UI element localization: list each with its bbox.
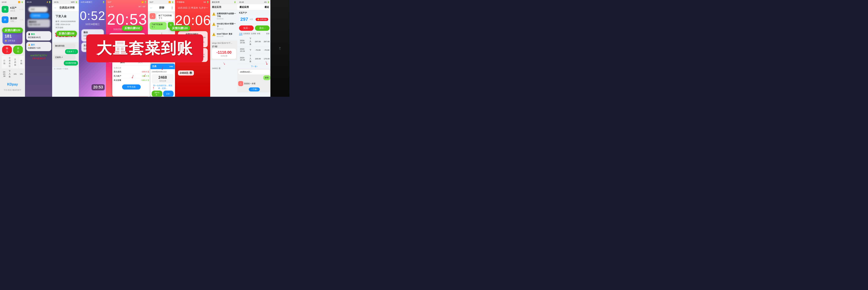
tab-mairu[interactable]: 买入 [138,61,143,64]
person-row: 人 新朋友一来看 [238,81,270,86]
recent-apps-title: 最近应用 [210,4,238,10]
msg-row-1: A 做了下已经到账了？ [148,13,176,21]
chat-sent-9: 好的 [263,75,270,80]
notification-overlay-2: ⚠️ 提示 白嫖成功 +120 [26,42,51,51]
msg-row-4: 我 好的谢谢 [148,46,176,52]
status-bar-9: 18:48 4G 🔋 [237,0,271,4]
red-arrow-6: ↓ [148,31,176,36]
panel-9-trading: 18:48 4G 🔋 最近应用 最近 K豆产户 297 K豆 🌟 立即充值 实买… [237,0,271,97]
status-bar-4: 10月34星期三 🔋 [79,0,106,4]
trade-rec-1: 卖出成功 -100.0 元 [114,70,149,74]
status-bar-3: 19:31 WiFi 🔋 [52,0,79,4]
avatar-1: 微 [2,6,8,13]
table-row-1: 2024-10-25 下入金 297.00 297.00 [238,36,271,47]
chat-info-2: 微信群 卡到 白嫖120 [10,17,18,23]
sell-button[interactable]: 卖出 [13,46,23,54]
trade-buttons: 实买 › 卖出 › [237,25,271,32]
exchange-btn[interactable]: 反馈 › [163,91,174,96]
feedback-badge-3: 反馈白嫖132 [122,25,143,31]
notif-item-3[interactable]: ⚠️ 9049下发297 更多 00:01:05 [210,31,238,39]
chat-messages-6: A 做了下已经到账了？ 我 了你下打款来了！ ↓ B wink9047卖297卡… [148,11,176,54]
chat-bottom-9: 150到519已... 好的 人 新朋友一来看 一打确 › [237,69,271,92]
panel-1-chat: 12:22 📶 🔋 微 K豆产 181元 12:22 群 微信群 卡到 白嫖12… [0,0,25,97]
buy-btn-9[interactable]: 实买 › [239,25,254,31]
note-text: 注: 添加的一个朋友 [52,67,79,71]
chat-msg-4: 666顺利到账 [64,61,78,65]
confirm-trade-btn-area: 中号当前 [112,83,151,91]
chat-list-item-2[interactable]: 群 微信群 卡到 白嫖120 7:31 [0,14,25,25]
filter-row: 日期 交易类型 交易额 余额 更多 [237,32,271,36]
confirm-btn-area: 一打确 › [238,87,270,91]
arrow-r: ↑ [153,86,154,90]
status-bar-6: 9:27 📶 🔋 [148,0,176,4]
arrow-down-8: ↓ [210,60,238,67]
dark-right-panel: 📱 [270,0,289,97]
blurred-notif: 微信 白嫖到账通知 +297.00元 支付宝 交易成功到账 [80,29,105,52]
date-display-7: 10月23日 三·甲辰年 九月廿一 [175,4,211,12]
label-2468-overlay: 2468出 教 [178,70,194,76]
action-buttons: 输入 卖出 [2,46,23,54]
transaction-info: 账号: 20241023093R08 日期: 2024-10-24 对方名称: [54,20,78,29]
trade-content-r: 2468笔500B1310 2468 套菜总额 到一位你的打款，请送请，送退..… [151,69,175,96]
trade-tabs: 卖出 买入 [112,59,151,65]
received-msg-2: wink9047卖297卡下... [157,37,174,45]
status-bar-7: 中国移动 5G 🔋 [175,0,211,4]
notif-area-7: 中国农业银行 您的账户于10月23日22:09收到转账 账号末位: 8号之 转账… [177,31,209,62]
received-msg-1: 做了下已经到账了？ [157,13,174,21]
label-2468: 2468出 教 [210,67,238,70]
kdou-balance: 297 K豆 🌟 立即充值 [239,15,270,23]
wechat-header: ← 群聊 ⋮ [148,4,176,11]
chat-info-1: K豆产 181元 [10,6,18,12]
panel-4-lockscreen-052: 10月34星期三 🔋 0:52 10月34星期三 微信 白嫖到账通知 +297.… [79,0,106,97]
status-bar-8: 最近应用 🔋 [210,0,238,4]
buy-button[interactable]: 输入 [2,46,12,54]
sent-msg-1: 了你下打款来了！ [150,22,166,30]
wingo-section: wingo 9047卖297卡下... 17:02 -1110.00 交易金额 [210,40,238,60]
back-btn-3[interactable]: ← [54,7,57,9]
chat-msg-2: 打款来了！ [65,49,78,54]
chat-list-item-1[interactable]: 微 K豆产 181元 12:22 [0,4,25,14]
panel-3-app-list: 19:31 WiFi 🔋 ← 交易流水详情 下发入金 账号: 202410230… [52,0,79,97]
weather-bar: ☁ 24° 35° / 20° [106,4,148,9]
kdou-section-9: K豆产户 297 K豆 🌟 立即充值 [237,10,271,25]
chat-msg-1: 微信群消息 [53,44,75,48]
app-top-bar: 最近应用 最近 [237,4,271,10]
notif-area-5: 支付宝 已打款132.46元 (流水号) 到账 ¥132.46 微信支付 已到账… [107,33,147,55]
chat-msg-3: 已收到 ✓ [53,55,75,60]
collage-container: 12:22 📶 🔋 微 K豆产 181元 12:22 群 微信群 卡到 白嫖12… [0,0,289,97]
sell-btn-9[interactable]: 卖出 › [255,25,270,31]
back-btn-6[interactable]: ← [150,7,152,9]
table-row: 24-10-30 下入金 181 181 [2,69,24,79]
panel-2-blurred: 00:29 ⚡🔋 你好 已收到款 微信支付 收款 ¥181.00 📱 微信 你已… [25,0,53,97]
sent-msg-2: 好的谢谢 [156,46,166,51]
confirm-btn[interactable]: 一打确 › [249,87,260,91]
tab-maichu[interactable]: 卖出 [120,61,125,64]
table-row-2: 2024-10-24 下 -70.00 -70.00 [238,47,271,53]
panel-7-lockscreen-2006: 中国移动 5G 🔋 10月23日 三·甲辰年 九月廿一 20:06 中国农业银行… [175,0,211,97]
footer-text: 可在·推送小赚就到账可 [0,88,25,92]
feedback-badge-4: 反馈白嫖120 [169,25,190,31]
clock-052: 0:52 10月34星期三 [79,4,106,28]
app-header-3: ← 交易流水详情 [52,4,79,11]
small-clock-overlay: 20:53 [92,84,105,90]
receive-btn[interactable]: 国际在库 › [152,91,162,96]
feedback-badge-2: 反馈白嫖108 [56,31,77,36]
notif-item-2[interactable]: ⚠️ 5002多少发297更新一下 00:00:12 [210,21,238,31]
notif-item-1[interactable]: ⚠️ 这看到到我不会更新一下吗 00:00:05 [210,11,238,21]
amount-card: -1110.00 交易金额 [212,49,236,59]
notification-list: ⚠️ 这看到到我不会更新一下吗 00:00:05 ⚠️ 5002多少发297更新… [210,10,238,40]
download-section: 下发入金 账号: 20241023093R08 日期: 2024-10-24 对… [52,11,79,42]
wink9047-text: wink9047卖297卡 100%提现到手 [25,52,53,62]
confirm-trade-btn[interactable]: 中号当前 [122,84,141,89]
feedback-badge-1: 反馈白嫖120 [2,28,23,33]
status-bar-5: 9:27 📶 🔋 [106,0,148,4]
chat-recv-9: 150到519已... [238,69,270,75]
notification-overlay: 📱 微信 你已收款181元 [26,31,51,40]
avatar-2: 群 [2,16,8,23]
kdou-section: K豆产 181 🌟 立即充值 输入 卖出 日期 交易类型 交易额 余额 [0,25,25,81]
amount-display-r: 2468 套菜总额 [152,74,174,83]
blurred-chat: 你好 已收到款 微信支付 收款 ¥181.00 [25,4,53,30]
chat-area-3: 微信群消息 打款来了！ 已收到 ✓ 666顺利到账 [52,42,79,67]
transaction-table: 日期 交易类型 交易额 余额 24-10-30 下入金 181 181 [1,55,25,80]
kdpay-logo: KDpay [0,81,25,88]
